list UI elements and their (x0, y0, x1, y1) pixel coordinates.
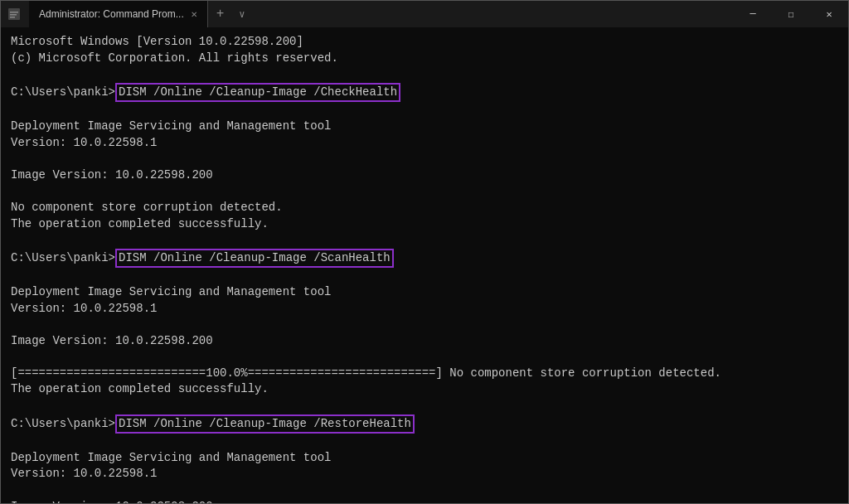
window: Administrator: Command Prom... ✕ + ∨ — ☐… (0, 0, 849, 504)
svg-rect-3 (10, 17, 15, 18)
console-line: C:\Users\panki>DISM /Online /Cleanup-Ima… (11, 83, 838, 103)
console-line (11, 268, 838, 284)
console-line: Deployment Image Servicing and Managemen… (11, 284, 838, 301)
console-line: No component store corruption detected. (11, 200, 838, 216)
titlebar-left: Administrator: Command Prom... ✕ + ∨ (7, 1, 252, 27)
titlebar: Administrator: Command Prom... ✕ + ∨ — ☐… (1, 1, 848, 27)
console-line (11, 434, 838, 450)
command-highlight: DISM /Online /Cleanup-Image /RestoreHeal… (115, 414, 415, 434)
console-line (11, 232, 838, 249)
console-line (11, 482, 838, 499)
console-line: Image Version: 10.0.22598.200 (11, 167, 838, 184)
console-line (11, 66, 838, 83)
console-line: Version: 10.0.22598.1 (11, 135, 838, 152)
svg-rect-2 (10, 14, 17, 16)
console-line: C:\Users\panki>DISM /Online /Cleanup-Ima… (11, 414, 838, 434)
prompt-text: C:\Users\panki> (11, 85, 115, 101)
active-tab[interactable]: Administrator: Command Prom... ✕ (29, 1, 208, 27)
console-line: The operation completed successfully. (11, 381, 838, 398)
window-icon (7, 7, 21, 21)
console-line (11, 183, 838, 200)
console-line: Deployment Image Servicing and Managemen… (11, 450, 838, 467)
console-line: C:\Users\panki>DISM /Online /Cleanup-Ima… (11, 249, 838, 269)
maximize-button[interactable]: ☐ (772, 1, 810, 27)
console-line: The operation completed successfully. (11, 216, 838, 233)
command-highlight: DISM /Online /Cleanup-Image /ScanHealth (115, 249, 394, 269)
titlebar-tabs: Administrator: Command Prom... ✕ + ∨ (29, 1, 252, 27)
add-tab-button[interactable]: + (208, 1, 233, 27)
tab-label: Administrator: Command Prom... (39, 8, 184, 20)
close-button[interactable]: ✕ (810, 1, 848, 27)
tab-close-icon[interactable]: ✕ (191, 10, 197, 19)
console-line: [===========================100.0%======… (11, 366, 838, 382)
console-line: (c) Microsoft Corporation. All rights re… (11, 51, 838, 67)
console-output: Microsoft Windows [Version 10.0.22598.20… (1, 27, 848, 503)
console-line (11, 317, 838, 333)
console-line: Deployment Image Servicing and Managemen… (11, 119, 838, 135)
console-line (11, 398, 838, 414)
console-line (11, 349, 838, 366)
prompt-text: C:\Users\panki> (11, 250, 115, 267)
console-line (11, 102, 838, 119)
console-line: Version: 10.0.22598.1 (11, 466, 838, 482)
console-line: Image Version: 10.0.22598.200 (11, 499, 838, 503)
minimize-button[interactable]: — (734, 1, 772, 27)
tab-dropdown-button[interactable]: ∨ (232, 1, 251, 27)
prompt-text: C:\Users\panki> (11, 416, 115, 433)
console-line (11, 151, 838, 167)
console-line: Version: 10.0.22598.1 (11, 301, 838, 317)
console-line: Microsoft Windows [Version 10.0.22598.20… (11, 34, 838, 51)
svg-rect-1 (10, 12, 18, 13)
command-highlight: DISM /Online /Cleanup-Image /CheckHealth (115, 83, 400, 103)
console-line: Image Version: 10.0.22598.200 (11, 333, 838, 350)
titlebar-controls: — ☐ ✕ (734, 1, 848, 27)
